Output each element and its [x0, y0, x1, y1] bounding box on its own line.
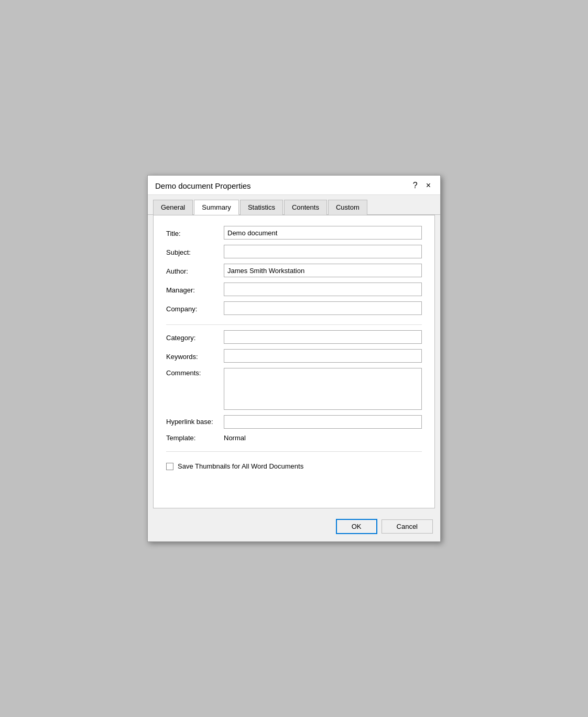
tabs-bar: General Summary Statistics Contents Cust… — [148, 195, 440, 215]
divider — [166, 324, 422, 325]
subject-input[interactable] — [224, 245, 422, 258]
category-row: Category: — [166, 330, 422, 344]
hyperlink-row: Hyperlink base: — [166, 415, 422, 429]
divider-2 — [166, 451, 422, 452]
title-bar: Demo document Properties ? × — [148, 176, 440, 195]
manager-label: Manager: — [166, 285, 224, 294]
ok-button[interactable]: OK — [336, 519, 377, 534]
close-button[interactable]: × — [424, 181, 433, 190]
save-thumbnails-label: Save Thumbnails for All Word Documents — [178, 462, 303, 470]
content-area: Title: Subject: Author: Manager: Company… — [153, 215, 435, 508]
company-row: Company: — [166, 301, 422, 315]
help-button[interactable]: ? — [411, 181, 420, 190]
dialog: Demo document Properties ? × General Sum… — [147, 175, 441, 542]
title-row: Title: — [166, 226, 422, 240]
tab-general[interactable]: General — [153, 200, 193, 215]
comments-row: Comments: — [166, 368, 422, 410]
hyperlink-label: Hyperlink base: — [166, 418, 224, 427]
keywords-label: Keywords: — [166, 352, 224, 361]
save-thumbnails-checkbox[interactable] — [166, 463, 173, 470]
keywords-input[interactable] — [224, 349, 422, 363]
category-input[interactable] — [224, 330, 422, 344]
category-label: Category: — [166, 333, 224, 342]
manager-row: Manager: — [166, 283, 422, 296]
company-label: Company: — [166, 304, 224, 313]
author-label: Author: — [166, 266, 224, 275]
subject-row: Subject: — [166, 245, 422, 258]
company-input[interactable] — [224, 301, 422, 315]
hyperlink-input[interactable] — [224, 415, 422, 429]
author-row: Author: — [166, 264, 422, 277]
manager-input[interactable] — [224, 283, 422, 296]
tab-statistics[interactable]: Statistics — [240, 200, 283, 215]
title-controls: ? × — [411, 181, 433, 190]
footer: OK Cancel — [148, 514, 440, 541]
comments-label: Comments: — [166, 368, 224, 377]
checkbox-row: Save Thumbnails for All Word Documents — [166, 462, 422, 470]
template-label: Template: — [166, 434, 224, 442]
template-row: Template: Normal — [166, 434, 422, 442]
subject-label: Subject: — [166, 247, 224, 256]
keywords-row: Keywords: — [166, 349, 422, 363]
author-input[interactable] — [224, 264, 422, 277]
comments-textarea[interactable] — [224, 368, 422, 410]
title-input[interactable] — [224, 226, 422, 240]
tab-contents[interactable]: Contents — [284, 200, 327, 215]
dialog-title: Demo document Properties — [155, 181, 251, 190]
tab-summary[interactable]: Summary — [194, 200, 239, 215]
cancel-button[interactable]: Cancel — [382, 519, 433, 534]
template-value: Normal — [224, 434, 246, 442]
tab-custom[interactable]: Custom — [328, 200, 367, 215]
title-label: Title: — [166, 229, 224, 237]
